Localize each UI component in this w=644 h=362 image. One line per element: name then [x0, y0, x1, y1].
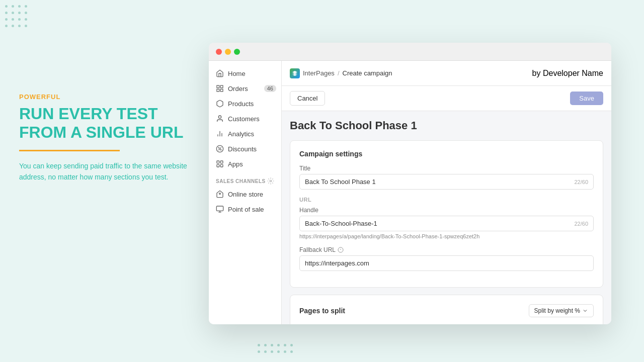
sidebar-item-online-store-label: Online store [228, 191, 263, 198]
info-icon [338, 247, 344, 253]
split-header: Pages to split Split by weight % [299, 304, 594, 317]
sidebar-item-online-store[interactable]: Online store [209, 187, 281, 202]
campaign-page-title: Back To School Phase 1 [290, 119, 603, 132]
svg-point-17 [219, 193, 221, 195]
breadcrumb-app-name: InterPages [303, 69, 335, 77]
sidebar-item-customers[interactable]: Customers [209, 111, 281, 126]
fallback-url-input[interactable]: https://interpages.com [299, 255, 594, 271]
minimize-button[interactable] [225, 49, 231, 55]
orders-badge: 46 [264, 85, 276, 92]
maximize-button[interactable] [234, 49, 240, 55]
decorative-dots-topleft [4, 4, 34, 34]
handle-char-count: 22/60 [574, 221, 588, 227]
top-bar: InterPages / Create campaign by Develope… [282, 61, 611, 86]
svg-point-16 [270, 180, 272, 182]
close-button[interactable] [216, 49, 222, 55]
sidebar-item-orders-label: Orders [228, 85, 248, 93]
sidebar-item-discounts-label: Discounts [228, 145, 257, 153]
sidebar-item-analytics-label: Analytics [228, 130, 254, 138]
chevron-down-icon [582, 308, 588, 314]
products-icon [216, 100, 224, 108]
orders-icon [216, 84, 224, 93]
breadcrumb-page-name: Create campaign [343, 69, 392, 77]
sidebar-item-apps-label: Apps [228, 160, 243, 168]
handle-input[interactable]: Back-To-School-Phase-1 22/60 [299, 216, 594, 231]
split-dropdown[interactable]: Split by weight % [529, 304, 594, 317]
pages-to-split-card: Pages to split Split by weight % Apple i… [290, 295, 603, 324]
save-button[interactable]: Save [570, 92, 603, 105]
svg-point-10 [218, 147, 219, 148]
settings-icon[interactable] [267, 177, 274, 185]
app-body: Home Orders 46 Products [209, 61, 611, 324]
sidebar-item-products-label: Products [228, 100, 254, 108]
analytics-icon [216, 130, 224, 138]
app-logo [290, 68, 300, 78]
title-input[interactable]: Back To School Phase 1 22/60 [299, 174, 594, 190]
split-title: Pages to split [299, 307, 345, 315]
sidebar-item-analytics[interactable]: Analytics [209, 126, 281, 141]
main-content: InterPages / Create campaign by Develope… [282, 61, 611, 324]
sidebar-item-orders[interactable]: Orders 46 [209, 81, 281, 96]
decorative-dots-bottom [257, 343, 297, 358]
breadcrumb-separator: / [338, 69, 340, 77]
svg-rect-1 [220, 85, 223, 88]
svg-rect-0 [217, 85, 219, 88]
sidebar: Home Orders 46 Products [209, 61, 282, 324]
pos-icon [216, 205, 224, 213]
home-icon [216, 69, 224, 77]
title-label: Title [299, 165, 594, 172]
svg-point-4 [218, 116, 221, 118]
svg-point-11 [220, 149, 221, 150]
cancel-button[interactable]: Cancel [290, 91, 325, 106]
svg-rect-15 [220, 164, 223, 167]
action-bar: Cancel Save [282, 86, 611, 111]
svg-rect-3 [220, 89, 223, 92]
breadcrumb: InterPages / Create campaign [290, 68, 392, 78]
sidebar-item-apps[interactable]: Apps [209, 156, 281, 171]
url-section-label: URL [299, 197, 594, 203]
marketing-label: POWERFUL [19, 93, 200, 101]
marketing-description: You can keep sending paid traffic to the… [19, 160, 200, 183]
marketing-divider [19, 150, 120, 151]
svg-rect-14 [217, 164, 219, 167]
title-field-group: Title Back To School Phase 1 22/60 [299, 165, 594, 190]
campaign-settings-card: Campaign settings Title Back To School P… [290, 140, 603, 288]
handle-label: Handle [299, 207, 594, 214]
app-window: Home Orders 46 Products [209, 43, 611, 324]
sidebar-item-products[interactable]: Products [209, 96, 281, 111]
developer-note: by Developer Name [532, 69, 603, 78]
campaign-settings-title: Campaign settings [299, 150, 594, 158]
fallback-url-label: Fallback URL [299, 246, 594, 253]
sales-channels-section: SALES CHANNELS [209, 171, 281, 187]
url-hint: https://interpages/a/page/landing/Back-T… [299, 233, 594, 239]
sidebar-item-customers-label: Customers [228, 115, 260, 123]
store-icon [216, 190, 224, 198]
apps-icon [216, 160, 224, 168]
sidebar-item-pos-label: Point of sale [228, 206, 264, 213]
svg-rect-18 [216, 206, 223, 211]
discounts-icon [216, 145, 224, 153]
handle-field-group: Handle Back-To-School-Phase-1 22/60 http… [299, 207, 594, 239]
sidebar-item-home-label: Home [228, 70, 246, 77]
fallback-url-group: Fallback URL https://interpages.com [299, 246, 594, 271]
title-bar [209, 43, 611, 61]
sidebar-item-home[interactable]: Home [209, 66, 281, 81]
sidebar-item-discounts[interactable]: Discounts [209, 141, 281, 156]
traffic-lights [216, 49, 240, 55]
svg-rect-2 [217, 89, 219, 92]
title-char-count: 22/60 [574, 179, 588, 185]
svg-rect-12 [217, 161, 219, 163]
sidebar-item-pos[interactable]: Point of sale [209, 202, 281, 217]
svg-rect-13 [220, 161, 223, 163]
scroll-area: Back To School Phase 1 Campaign settings… [282, 111, 611, 324]
customers-icon [216, 115, 224, 123]
marketing-panel: POWERFUL RUN EVERY TEST FROM A SINGLE UR… [19, 93, 200, 183]
marketing-headline: RUN EVERY TEST FROM A SINGLE URL [19, 105, 200, 142]
